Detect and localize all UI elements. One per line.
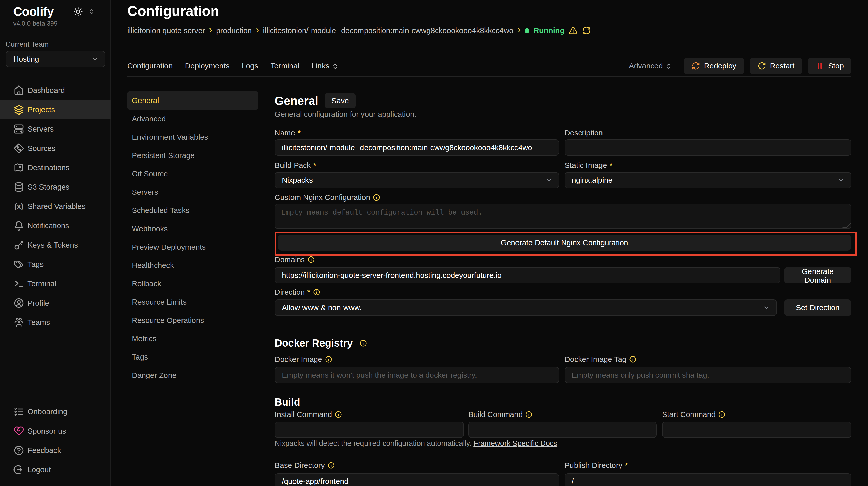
sidebar-item-profile[interactable]: Profile (0, 293, 111, 313)
set-direction-button[interactable]: Set Direction (784, 299, 851, 316)
tab-label: Configuration (127, 62, 173, 70)
sidebar-item-label: Shared Variables (28, 202, 86, 211)
name-input[interactable] (275, 139, 559, 156)
base-directory-input[interactable] (275, 473, 559, 486)
generate-domain-button[interactable]: Generate Domain (784, 267, 851, 284)
sidebar-item-projects[interactable]: Projects (0, 100, 111, 119)
save-button[interactable]: Save (325, 93, 355, 108)
sidebar-item-label: Terminal (28, 280, 56, 288)
coolify-app: Coolify v4.0.0-beta.399 Current Team Hos… (0, 0, 868, 486)
chevron-down-icon (545, 176, 553, 184)
sidebar-item-label: S3 Storages (28, 183, 69, 191)
direction-value: Allow www & non-www. (282, 303, 763, 312)
breadcrumb-segment[interactable]: illicitonion quote server (127, 26, 205, 35)
config-nav-preview-deployments[interactable]: Preview Deployments (127, 238, 258, 256)
sidebar-item-teams[interactable]: Teams (0, 313, 111, 332)
sidebar-item-feedback[interactable]: Feedback (0, 441, 111, 460)
generate-nginx-config-button[interactable]: Generate Default Nginx Configuration (278, 235, 851, 251)
breadcrumb-separator: › (256, 26, 259, 35)
tab-configuration[interactable]: Configuration (127, 62, 173, 70)
home-icon (13, 85, 25, 96)
sidebar-item-terminal[interactable]: Terminal (0, 274, 111, 293)
config-nav-rollback[interactable]: Rollback (127, 274, 258, 293)
sidebar-item-sponsor-us[interactable]: Sponsor us (0, 421, 111, 441)
static-image-label: Static Image (565, 161, 607, 170)
sidebar-item-logout[interactable]: Logout (0, 460, 111, 479)
build-pack-value: Nixpacks (282, 176, 545, 185)
config-nav-resource-operations[interactable]: Resource Operations (127, 311, 258, 329)
nginx-config-textarea[interactable] (275, 203, 851, 229)
domains-input[interactable] (275, 267, 780, 284)
config-nav-webhooks[interactable]: Webhooks (127, 220, 258, 238)
info-icon[interactable] (525, 411, 533, 418)
config-nav-healthcheck[interactable]: Healthcheck (127, 256, 258, 274)
sidebar: Coolify v4.0.0-beta.399 Current Team Hos… (0, 0, 111, 486)
sidebar-item-s3-storages[interactable]: S3 Storages (0, 177, 111, 197)
config-nav-danger-zone[interactable]: Danger Zone (127, 366, 258, 385)
sidebar-item-tags[interactable]: Tags (0, 255, 111, 274)
info-icon[interactable] (335, 411, 342, 418)
info-icon[interactable] (327, 461, 335, 469)
build-pack-select[interactable]: Nixpacks (275, 172, 559, 188)
description-input[interactable] (565, 139, 851, 156)
sidebar-nav: DashboardProjectsServersSourcesDestinati… (0, 80, 111, 332)
info-icon[interactable] (325, 355, 333, 363)
bell-icon (13, 220, 25, 231)
sidebar-item-dashboard[interactable]: Dashboard (0, 80, 111, 100)
tab-logs[interactable]: Logs (242, 62, 258, 70)
build-command-label: Build Command (468, 410, 523, 419)
breadcrumb-segment[interactable]: production (216, 26, 252, 35)
direction-select[interactable]: Allow www & non-www. (275, 299, 777, 316)
sidebar-item-label: Dashboard (28, 86, 65, 95)
info-icon[interactable] (313, 288, 320, 296)
team-select-value: Hosting (13, 55, 91, 63)
docker-image-label: Docker Image (275, 355, 322, 364)
config-nav-persistent-storage[interactable]: Persistent Storage (127, 146, 258, 165)
info-icon[interactable] (360, 339, 367, 347)
sidebar-item-shared-variables[interactable]: (x)Shared Variables (0, 197, 111, 216)
tab-deployments[interactable]: Deployments (185, 62, 229, 70)
config-nav-tags[interactable]: Tags (127, 348, 258, 366)
sidebar-item-destinations[interactable]: Destinations (0, 158, 111, 177)
config-nav-general[interactable]: General (127, 91, 258, 110)
sidebar-item-servers[interactable]: Servers (0, 119, 111, 139)
sidebar-item-label: Notifications (28, 221, 69, 230)
user-circle-icon (13, 297, 25, 309)
app-version: v4.0.0-beta.399 (13, 20, 58, 27)
config-nav-metrics[interactable]: Metrics (127, 329, 258, 348)
sidebar-item-onboarding[interactable]: Onboarding (0, 402, 111, 421)
info-icon[interactable] (629, 355, 637, 363)
docker-image-tag-input[interactable] (565, 367, 851, 383)
info-icon[interactable] (718, 411, 726, 418)
map-icon (13, 162, 25, 173)
static-image-select[interactable]: nginx:alpine (565, 172, 851, 188)
server-icon (13, 123, 25, 135)
config-nav-servers[interactable]: Servers (127, 183, 258, 201)
publish-directory-input[interactable] (565, 473, 851, 486)
config-nav-scheduled-tasks[interactable]: Scheduled Tasks (127, 201, 258, 220)
team-select[interactable]: Hosting (6, 51, 105, 67)
build-pack-label: Build Pack (275, 161, 311, 170)
config-nav-git-source[interactable]: Git Source (127, 165, 258, 183)
theme-sun-icon[interactable] (73, 7, 83, 17)
build-command-input[interactable] (468, 422, 657, 438)
sidebar-item-sources[interactable]: Sources (0, 139, 111, 158)
info-icon[interactable] (373, 194, 380, 201)
key-icon (13, 239, 25, 251)
sidebar-item-keys-tokens[interactable]: Keys & Tokens (0, 235, 111, 255)
theme-switcher-chevrons-icon[interactable] (88, 8, 95, 15)
static-image-value: nginx:alpine (572, 176, 837, 185)
framework-docs-link[interactable]: Framework Specific Docs (473, 439, 557, 447)
start-command-input[interactable] (662, 422, 851, 438)
nginx-config-label: Custom Nginx Configuration (275, 193, 370, 202)
config-nav-resource-limits[interactable]: Resource Limits (127, 293, 258, 311)
install-command-input[interactable] (275, 422, 464, 438)
base-directory-label: Base Directory (275, 461, 325, 470)
config-nav-environment-variables[interactable]: Environment Variables (127, 128, 258, 146)
config-nav-advanced[interactable]: Advanced (127, 110, 258, 128)
docker-image-input[interactable] (275, 367, 559, 383)
info-icon[interactable] (307, 256, 315, 263)
database-icon (13, 182, 25, 193)
terminal-icon (13, 278, 25, 289)
sidebar-item-notifications[interactable]: Notifications (0, 216, 111, 235)
